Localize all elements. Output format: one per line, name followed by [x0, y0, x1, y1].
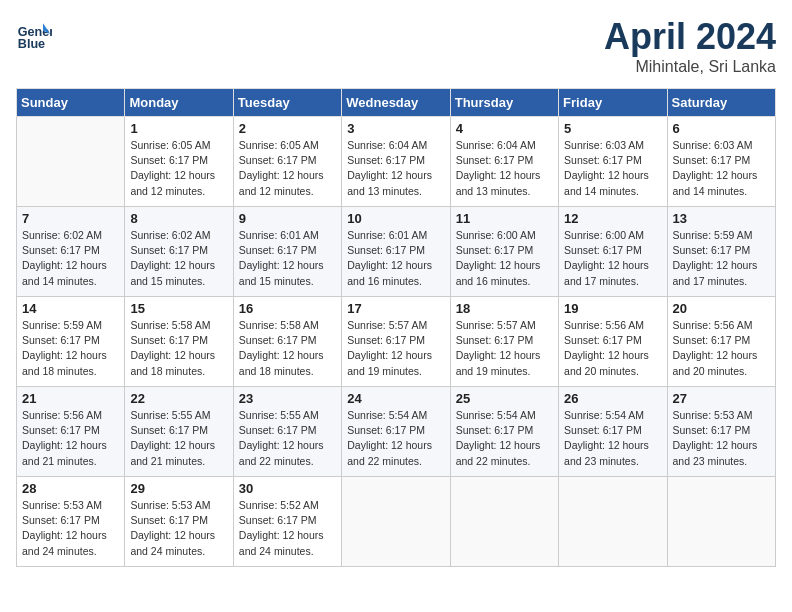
day-number: 14 — [22, 301, 119, 316]
day-number: 23 — [239, 391, 336, 406]
calendar-cell — [559, 477, 667, 567]
day-info: Sunrise: 5:53 AM Sunset: 6:17 PM Dayligh… — [130, 498, 227, 559]
day-info: Sunrise: 6:02 AM Sunset: 6:17 PM Dayligh… — [22, 228, 119, 289]
calendar-week-row: 28Sunrise: 5:53 AM Sunset: 6:17 PM Dayli… — [17, 477, 776, 567]
calendar-cell: 25Sunrise: 5:54 AM Sunset: 6:17 PM Dayli… — [450, 387, 558, 477]
day-number: 13 — [673, 211, 770, 226]
day-info: Sunrise: 5:56 AM Sunset: 6:17 PM Dayligh… — [22, 408, 119, 469]
calendar-cell: 9Sunrise: 6:01 AM Sunset: 6:17 PM Daylig… — [233, 207, 341, 297]
day-header-saturday: Saturday — [667, 89, 775, 117]
calendar-cell — [450, 477, 558, 567]
day-info: Sunrise: 5:55 AM Sunset: 6:17 PM Dayligh… — [239, 408, 336, 469]
day-number: 22 — [130, 391, 227, 406]
day-number: 3 — [347, 121, 444, 136]
month-title: April 2024 — [604, 16, 776, 58]
calendar-week-row: 14Sunrise: 5:59 AM Sunset: 6:17 PM Dayli… — [17, 297, 776, 387]
calendar-week-row: 7Sunrise: 6:02 AM Sunset: 6:17 PM Daylig… — [17, 207, 776, 297]
day-number: 24 — [347, 391, 444, 406]
calendar-cell: 15Sunrise: 5:58 AM Sunset: 6:17 PM Dayli… — [125, 297, 233, 387]
calendar-cell: 2Sunrise: 6:05 AM Sunset: 6:17 PM Daylig… — [233, 117, 341, 207]
logo-icon: General Blue — [16, 16, 52, 52]
calendar-cell: 3Sunrise: 6:04 AM Sunset: 6:17 PM Daylig… — [342, 117, 450, 207]
day-info: Sunrise: 6:01 AM Sunset: 6:17 PM Dayligh… — [239, 228, 336, 289]
day-header-monday: Monday — [125, 89, 233, 117]
calendar-cell: 12Sunrise: 6:00 AM Sunset: 6:17 PM Dayli… — [559, 207, 667, 297]
day-info: Sunrise: 5:58 AM Sunset: 6:17 PM Dayligh… — [239, 318, 336, 379]
day-info: Sunrise: 5:54 AM Sunset: 6:17 PM Dayligh… — [456, 408, 553, 469]
calendar-cell: 30Sunrise: 5:52 AM Sunset: 6:17 PM Dayli… — [233, 477, 341, 567]
day-info: Sunrise: 6:04 AM Sunset: 6:17 PM Dayligh… — [347, 138, 444, 199]
day-header-thursday: Thursday — [450, 89, 558, 117]
day-info: Sunrise: 5:58 AM Sunset: 6:17 PM Dayligh… — [130, 318, 227, 379]
calendar-cell: 1Sunrise: 6:05 AM Sunset: 6:17 PM Daylig… — [125, 117, 233, 207]
day-info: Sunrise: 5:59 AM Sunset: 6:17 PM Dayligh… — [22, 318, 119, 379]
calendar-cell: 22Sunrise: 5:55 AM Sunset: 6:17 PM Dayli… — [125, 387, 233, 477]
calendar-table: SundayMondayTuesdayWednesdayThursdayFrid… — [16, 88, 776, 567]
day-info: Sunrise: 5:59 AM Sunset: 6:17 PM Dayligh… — [673, 228, 770, 289]
calendar-cell — [667, 477, 775, 567]
day-number: 17 — [347, 301, 444, 316]
calendar-cell: 28Sunrise: 5:53 AM Sunset: 6:17 PM Dayli… — [17, 477, 125, 567]
day-info: Sunrise: 5:54 AM Sunset: 6:17 PM Dayligh… — [564, 408, 661, 469]
day-info: Sunrise: 6:02 AM Sunset: 6:17 PM Dayligh… — [130, 228, 227, 289]
calendar-cell: 26Sunrise: 5:54 AM Sunset: 6:17 PM Dayli… — [559, 387, 667, 477]
calendar-cell: 24Sunrise: 5:54 AM Sunset: 6:17 PM Dayli… — [342, 387, 450, 477]
day-info: Sunrise: 6:05 AM Sunset: 6:17 PM Dayligh… — [130, 138, 227, 199]
day-info: Sunrise: 5:56 AM Sunset: 6:17 PM Dayligh… — [673, 318, 770, 379]
calendar-cell: 19Sunrise: 5:56 AM Sunset: 6:17 PM Dayli… — [559, 297, 667, 387]
calendar-cell: 5Sunrise: 6:03 AM Sunset: 6:17 PM Daylig… — [559, 117, 667, 207]
day-info: Sunrise: 6:04 AM Sunset: 6:17 PM Dayligh… — [456, 138, 553, 199]
day-info: Sunrise: 5:57 AM Sunset: 6:17 PM Dayligh… — [347, 318, 444, 379]
day-header-sunday: Sunday — [17, 89, 125, 117]
day-info: Sunrise: 5:56 AM Sunset: 6:17 PM Dayligh… — [564, 318, 661, 379]
day-number: 6 — [673, 121, 770, 136]
day-number: 11 — [456, 211, 553, 226]
calendar-cell: 13Sunrise: 5:59 AM Sunset: 6:17 PM Dayli… — [667, 207, 775, 297]
day-info: Sunrise: 5:53 AM Sunset: 6:17 PM Dayligh… — [673, 408, 770, 469]
day-number: 30 — [239, 481, 336, 496]
svg-text:Blue: Blue — [18, 37, 45, 51]
day-number: 4 — [456, 121, 553, 136]
calendar-cell: 21Sunrise: 5:56 AM Sunset: 6:17 PM Dayli… — [17, 387, 125, 477]
day-header-tuesday: Tuesday — [233, 89, 341, 117]
day-info: Sunrise: 6:03 AM Sunset: 6:17 PM Dayligh… — [673, 138, 770, 199]
day-number: 27 — [673, 391, 770, 406]
day-number: 12 — [564, 211, 661, 226]
calendar-cell — [17, 117, 125, 207]
day-header-friday: Friday — [559, 89, 667, 117]
day-number: 18 — [456, 301, 553, 316]
day-info: Sunrise: 6:05 AM Sunset: 6:17 PM Dayligh… — [239, 138, 336, 199]
location-title: Mihintale, Sri Lanka — [604, 58, 776, 76]
day-info: Sunrise: 5:55 AM Sunset: 6:17 PM Dayligh… — [130, 408, 227, 469]
day-number: 29 — [130, 481, 227, 496]
calendar-cell: 29Sunrise: 5:53 AM Sunset: 6:17 PM Dayli… — [125, 477, 233, 567]
day-number: 19 — [564, 301, 661, 316]
day-number: 20 — [673, 301, 770, 316]
page-header: General Blue April 2024 Mihintale, Sri L… — [16, 16, 776, 76]
day-number: 5 — [564, 121, 661, 136]
calendar-cell: 8Sunrise: 6:02 AM Sunset: 6:17 PM Daylig… — [125, 207, 233, 297]
calendar-week-row: 1Sunrise: 6:05 AM Sunset: 6:17 PM Daylig… — [17, 117, 776, 207]
logo: General Blue — [16, 16, 52, 52]
day-info: Sunrise: 6:00 AM Sunset: 6:17 PM Dayligh… — [564, 228, 661, 289]
day-number: 25 — [456, 391, 553, 406]
calendar-cell: 23Sunrise: 5:55 AM Sunset: 6:17 PM Dayli… — [233, 387, 341, 477]
calendar-cell: 18Sunrise: 5:57 AM Sunset: 6:17 PM Dayli… — [450, 297, 558, 387]
calendar-cell: 6Sunrise: 6:03 AM Sunset: 6:17 PM Daylig… — [667, 117, 775, 207]
day-info: Sunrise: 6:01 AM Sunset: 6:17 PM Dayligh… — [347, 228, 444, 289]
day-info: Sunrise: 5:52 AM Sunset: 6:17 PM Dayligh… — [239, 498, 336, 559]
day-number: 8 — [130, 211, 227, 226]
calendar-body: 1Sunrise: 6:05 AM Sunset: 6:17 PM Daylig… — [17, 117, 776, 567]
day-info: Sunrise: 6:03 AM Sunset: 6:17 PM Dayligh… — [564, 138, 661, 199]
day-number: 15 — [130, 301, 227, 316]
day-header-wednesday: Wednesday — [342, 89, 450, 117]
calendar-cell: 16Sunrise: 5:58 AM Sunset: 6:17 PM Dayli… — [233, 297, 341, 387]
calendar-header-row: SundayMondayTuesdayWednesdayThursdayFrid… — [17, 89, 776, 117]
day-info: Sunrise: 6:00 AM Sunset: 6:17 PM Dayligh… — [456, 228, 553, 289]
day-number: 21 — [22, 391, 119, 406]
title-area: April 2024 Mihintale, Sri Lanka — [604, 16, 776, 76]
day-info: Sunrise: 5:53 AM Sunset: 6:17 PM Dayligh… — [22, 498, 119, 559]
calendar-cell: 7Sunrise: 6:02 AM Sunset: 6:17 PM Daylig… — [17, 207, 125, 297]
calendar-cell: 14Sunrise: 5:59 AM Sunset: 6:17 PM Dayli… — [17, 297, 125, 387]
day-number: 26 — [564, 391, 661, 406]
